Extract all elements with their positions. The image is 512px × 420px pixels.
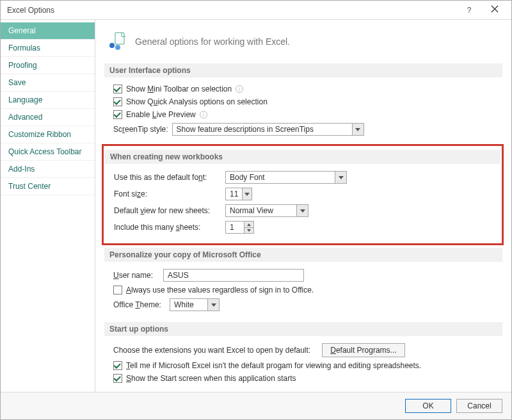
help-button[interactable]: ? — [456, 1, 482, 19]
general-options-icon — [107, 31, 127, 52]
sidebar-item-customize-ribbon[interactable]: Customize Ribbon — [1, 126, 95, 143]
section-newwb-title: When creating new workbooks — [105, 150, 500, 164]
sidebar-item-save[interactable]: Save — [1, 74, 95, 92]
svg-rect-0 — [115, 33, 124, 44]
chevron-down-icon — [242, 188, 252, 200]
screentip-style-label: ScreenTip style: — [113, 125, 168, 134]
svg-point-1 — [109, 43, 115, 48]
quick-analysis-checkbox[interactable] — [113, 97, 122, 106]
category-sidebar: General Formulas Proofing Save Language … — [1, 20, 95, 392]
section-ui-title: User Interface options — [104, 63, 502, 77]
section-personalize: User name: ASUS Always use these values … — [104, 262, 502, 319]
sidebar-item-general[interactable]: General — [1, 22, 95, 40]
sheet-count-value: 1 — [226, 222, 244, 233]
cancel-label: Cancel — [467, 401, 491, 410]
chevron-down-icon — [335, 172, 346, 183]
sidebar-item-qat[interactable]: Quick Access Toolbar — [1, 143, 95, 161]
default-font-value: Body Font — [230, 173, 269, 182]
dialog-footer: OK Cancel — [1, 392, 511, 419]
screentip-style-value: Show feature descriptions in ScreenTips — [177, 125, 317, 134]
show-start-screen-label: Show the Start screen when this applicat… — [126, 374, 296, 383]
sidebar-item-trust-center[interactable]: Trust Center — [1, 178, 95, 195]
tell-me-default-checkbox[interactable] — [113, 361, 122, 370]
highlight-box: When creating new workbooks Use this as … — [102, 144, 504, 245]
tell-me-default-label: Tell me if Microsoft Excel isn't the def… — [126, 361, 421, 370]
choose-extensions-label: Choose the extensions you want Excel to … — [113, 346, 310, 355]
screentip-style-select[interactable]: Show feature descriptions in ScreenTips — [172, 123, 364, 136]
content-pane: General options for working with Excel. … — [95, 20, 511, 392]
office-theme-value: White — [174, 300, 198, 309]
section-ui: Show Mini Toolbar on selection Show Quic… — [104, 77, 502, 144]
default-font-label: Use this as the default font: — [114, 173, 221, 182]
close-button[interactable] — [482, 1, 508, 19]
page-heading-text: General options for working with Excel. — [135, 36, 290, 47]
ok-label: OK — [422, 401, 433, 410]
titlebar: Excel Options ? — [1, 1, 511, 20]
show-start-screen-checkbox[interactable] — [113, 374, 122, 383]
close-icon — [491, 5, 499, 15]
ok-button[interactable]: OK — [405, 399, 451, 413]
username-value: ASUS — [168, 271, 189, 280]
page-heading: General options for working with Excel. — [104, 26, 502, 61]
font-size-value: 11 — [230, 190, 242, 198]
info-icon[interactable] — [236, 85, 243, 93]
default-programs-label: Default Programs... — [330, 346, 396, 355]
chevron-down-icon — [207, 299, 219, 311]
chevron-down-icon — [352, 124, 364, 135]
quick-analysis-label: Show Quick Analysis options on selection — [126, 97, 268, 106]
font-size-label: Font size: — [114, 190, 221, 198]
sidebar-item-proofing[interactable]: Proofing — [1, 57, 95, 74]
always-use-values-checkbox[interactable] — [113, 286, 122, 295]
info-icon[interactable] — [200, 111, 207, 118]
font-size-select[interactable]: 11 — [225, 188, 252, 200]
section-newwb: Use this as the default font: Body Font … — [105, 164, 500, 242]
username-label: User name: — [113, 271, 159, 280]
sheet-count-label: Include this many sheets: — [114, 223, 221, 232]
default-view-label: Default view for new sheets: — [114, 206, 221, 215]
sidebar-item-advanced[interactable]: Advanced — [1, 109, 95, 126]
svg-point-2 — [115, 45, 120, 50]
mini-toolbar-label: Show Mini Toolbar on selection — [126, 85, 232, 93]
section-personalize-title: Personalize your copy of Microsoft Offic… — [104, 248, 502, 262]
office-theme-label: Office Theme: — [113, 300, 166, 309]
default-programs-button[interactable]: Default Programs... — [322, 343, 404, 357]
sidebar-item-language[interactable]: Language — [1, 92, 95, 109]
live-preview-checkbox[interactable] — [113, 110, 122, 119]
sheet-count-spinner[interactable]: 1 — [225, 221, 254, 234]
excel-options-dialog: Excel Options ? General Formulas Proofin… — [0, 0, 512, 420]
dialog-title: Excel Options — [7, 6, 456, 15]
spinner-up-icon[interactable] — [244, 222, 253, 227]
default-view-select[interactable]: Normal View — [225, 204, 308, 217]
sidebar-item-addins[interactable]: Add-Ins — [1, 161, 95, 178]
default-font-select[interactable]: Body Font — [225, 171, 347, 184]
sidebar-item-formulas[interactable]: Formulas — [1, 40, 95, 57]
section-startup-title: Start up options — [104, 322, 502, 336]
help-icon: ? — [467, 6, 472, 15]
live-preview-label: Enable Live Preview — [126, 110, 196, 119]
office-theme-select[interactable]: White — [170, 298, 220, 311]
cancel-button[interactable]: Cancel — [456, 399, 502, 413]
username-input[interactable]: ASUS — [163, 269, 304, 282]
section-startup: Choose the extensions you want Excel to … — [104, 336, 502, 391]
mini-toolbar-checkbox[interactable] — [113, 85, 122, 93]
always-use-values-label: Always use these values regardless of si… — [126, 286, 314, 295]
spinner-down-icon[interactable] — [244, 227, 253, 233]
default-view-value: Normal View — [230, 206, 277, 215]
chevron-down-icon — [296, 205, 308, 216]
